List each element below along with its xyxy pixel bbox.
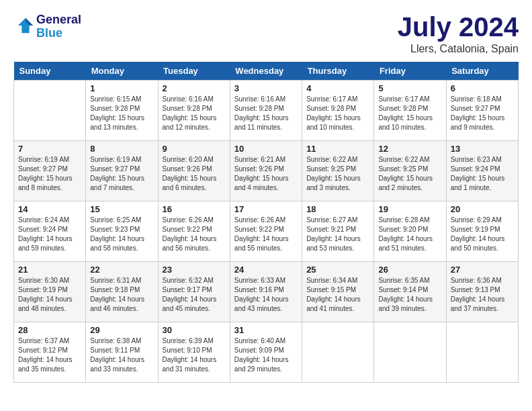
day-number: 26 — [378, 265, 441, 275]
weekday-header-saturday: Saturday — [446, 62, 518, 81]
day-info: Sunrise: 6:26 AM Sunset: 9:22 PM Dayligh… — [234, 216, 298, 253]
calendar-cell: 30Sunrise: 6:39 AM Sunset: 9:10 PM Dayli… — [158, 322, 230, 383]
day-number: 29 — [90, 325, 153, 335]
day-number: 7 — [18, 144, 81, 154]
calendar-cell: 20Sunrise: 6:29 AM Sunset: 9:19 PM Dayli… — [446, 201, 518, 262]
day-number: 25 — [306, 265, 369, 275]
day-number: 21 — [18, 265, 81, 275]
calendar-cell: 16Sunrise: 6:26 AM Sunset: 9:22 PM Dayli… — [158, 201, 230, 262]
day-info: Sunrise: 6:36 AM Sunset: 9:13 PM Dayligh… — [451, 276, 514, 314]
weekday-header-thursday: Thursday — [302, 62, 374, 81]
day-number: 20 — [451, 204, 514, 214]
day-info: Sunrise: 6:40 AM Sunset: 9:09 PM Dayligh… — [234, 336, 298, 374]
calendar-cell: 18Sunrise: 6:27 AM Sunset: 9:21 PM Dayli… — [302, 201, 374, 262]
day-info: Sunrise: 6:20 AM Sunset: 9:26 PM Dayligh… — [163, 155, 226, 193]
day-number: 22 — [90, 265, 153, 275]
weekday-header-row: SundayMondayTuesdayWednesdayThursdayFrid… — [14, 62, 519, 81]
calendar-cell: 9Sunrise: 6:20 AM Sunset: 9:26 PM Daylig… — [158, 141, 230, 201]
calendar-cell: 27Sunrise: 6:36 AM Sunset: 9:13 PM Dayli… — [446, 262, 518, 322]
day-info: Sunrise: 6:35 AM Sunset: 9:14 PM Dayligh… — [378, 276, 441, 314]
calendar-cell — [446, 322, 518, 383]
day-info: Sunrise: 6:22 AM Sunset: 9:25 PM Dayligh… — [378, 155, 441, 193]
day-number: 11 — [306, 144, 369, 154]
day-number: 31 — [234, 325, 298, 335]
calendar-cell: 5Sunrise: 6:17 AM Sunset: 9:28 PM Daylig… — [374, 81, 446, 141]
day-number: 24 — [234, 265, 298, 275]
day-number: 13 — [451, 144, 514, 154]
weekday-header-tuesday: Tuesday — [158, 62, 230, 81]
day-info: Sunrise: 6:22 AM Sunset: 9:25 PM Dayligh… — [306, 155, 369, 193]
day-number: 1 — [90, 83, 153, 93]
logo-icon — [16, 16, 35, 35]
day-info: Sunrise: 6:28 AM Sunset: 9:20 PM Dayligh… — [378, 216, 441, 253]
day-info: Sunrise: 6:39 AM Sunset: 9:10 PM Dayligh… — [163, 336, 226, 374]
calendar-cell: 28Sunrise: 6:37 AM Sunset: 9:12 PM Dayli… — [14, 322, 86, 383]
day-info: Sunrise: 6:26 AM Sunset: 9:22 PM Dayligh… — [163, 216, 226, 253]
weekday-header-friday: Friday — [374, 62, 446, 81]
calendar-week-row: 21Sunrise: 6:30 AM Sunset: 9:19 PM Dayli… — [14, 262, 519, 322]
calendar-cell: 21Sunrise: 6:30 AM Sunset: 9:19 PM Dayli… — [14, 262, 86, 322]
month-title: July 2024 — [398, 13, 519, 40]
day-number: 8 — [90, 144, 153, 154]
day-number: 14 — [18, 204, 81, 214]
calendar-cell: 23Sunrise: 6:32 AM Sunset: 9:17 PM Dayli… — [158, 262, 230, 322]
day-info: Sunrise: 6:30 AM Sunset: 9:19 PM Dayligh… — [18, 276, 81, 314]
calendar-cell: 10Sunrise: 6:21 AM Sunset: 9:26 PM Dayli… — [230, 141, 302, 201]
day-number: 4 — [306, 83, 369, 93]
day-info: Sunrise: 6:31 AM Sunset: 9:18 PM Dayligh… — [90, 276, 153, 314]
logo: General Blue — [13, 13, 81, 40]
weekday-header-sunday: Sunday — [14, 62, 86, 81]
calendar-cell: 13Sunrise: 6:23 AM Sunset: 9:24 PM Dayli… — [446, 141, 518, 201]
calendar-cell: 8Sunrise: 6:19 AM Sunset: 9:27 PM Daylig… — [86, 141, 158, 201]
calendar-cell: 31Sunrise: 6:40 AM Sunset: 9:09 PM Dayli… — [230, 322, 302, 383]
calendar-week-row: 14Sunrise: 6:24 AM Sunset: 9:24 PM Dayli… — [14, 201, 519, 262]
title-area: July 2024 Llers, Catalonia, Spain — [398, 13, 519, 55]
day-info: Sunrise: 6:33 AM Sunset: 9:16 PM Dayligh… — [234, 276, 298, 314]
calendar-cell: 19Sunrise: 6:28 AM Sunset: 9:20 PM Dayli… — [374, 201, 446, 262]
day-info: Sunrise: 6:37 AM Sunset: 9:12 PM Dayligh… — [18, 336, 81, 374]
calendar-cell: 26Sunrise: 6:35 AM Sunset: 9:14 PM Dayli… — [374, 262, 446, 322]
calendar-cell — [14, 81, 86, 141]
day-info: Sunrise: 6:17 AM Sunset: 9:28 PM Dayligh… — [378, 95, 441, 132]
day-number: 5 — [378, 83, 441, 93]
calendar-cell: 4Sunrise: 6:17 AM Sunset: 9:28 PM Daylig… — [302, 81, 374, 141]
day-number: 15 — [90, 204, 153, 214]
calendar-week-row: 7Sunrise: 6:19 AM Sunset: 9:27 PM Daylig… — [14, 141, 519, 201]
calendar-table: SundayMondayTuesdayWednesdayThursdayFrid… — [13, 62, 519, 383]
calendar-cell: 15Sunrise: 6:25 AM Sunset: 9:23 PM Dayli… — [86, 201, 158, 262]
day-info: Sunrise: 6:24 AM Sunset: 9:24 PM Dayligh… — [18, 216, 81, 253]
calendar-cell — [374, 322, 446, 383]
weekday-header-wednesday: Wednesday — [230, 62, 302, 81]
day-info: Sunrise: 6:16 AM Sunset: 9:28 PM Dayligh… — [163, 95, 226, 132]
calendar-cell: 12Sunrise: 6:22 AM Sunset: 9:25 PM Dayli… — [374, 141, 446, 201]
day-info: Sunrise: 6:18 AM Sunset: 9:27 PM Dayligh… — [451, 95, 514, 132]
day-info: Sunrise: 6:17 AM Sunset: 9:28 PM Dayligh… — [306, 95, 369, 132]
calendar-cell: 24Sunrise: 6:33 AM Sunset: 9:16 PM Dayli… — [230, 262, 302, 322]
day-number: 9 — [163, 144, 226, 154]
location: Llers, Catalonia, Spain — [398, 43, 519, 55]
day-number: 30 — [163, 325, 226, 335]
calendar-cell: 22Sunrise: 6:31 AM Sunset: 9:18 PM Dayli… — [86, 262, 158, 322]
day-number: 23 — [163, 265, 226, 275]
day-info: Sunrise: 6:34 AM Sunset: 9:15 PM Dayligh… — [306, 276, 369, 314]
day-info: Sunrise: 6:29 AM Sunset: 9:19 PM Dayligh… — [451, 216, 514, 253]
day-number: 18 — [306, 204, 369, 214]
day-info: Sunrise: 6:15 AM Sunset: 9:28 PM Dayligh… — [90, 95, 153, 132]
day-info: Sunrise: 6:32 AM Sunset: 9:17 PM Dayligh… — [163, 276, 226, 314]
day-number: 10 — [234, 144, 298, 154]
calendar-cell — [302, 322, 374, 383]
weekday-header-monday: Monday — [86, 62, 158, 81]
logo-text: General Blue — [36, 13, 81, 40]
day-info: Sunrise: 6:38 AM Sunset: 9:11 PM Dayligh… — [90, 336, 153, 374]
calendar-cell: 3Sunrise: 6:16 AM Sunset: 9:28 PM Daylig… — [230, 81, 302, 141]
day-info: Sunrise: 6:25 AM Sunset: 9:23 PM Dayligh… — [90, 216, 153, 253]
day-info: Sunrise: 6:19 AM Sunset: 9:27 PM Dayligh… — [18, 155, 81, 193]
day-info: Sunrise: 6:19 AM Sunset: 9:27 PM Dayligh… — [90, 155, 153, 193]
day-number: 17 — [234, 204, 298, 214]
day-info: Sunrise: 6:27 AM Sunset: 9:21 PM Dayligh… — [306, 216, 369, 253]
calendar-cell: 14Sunrise: 6:24 AM Sunset: 9:24 PM Dayli… — [14, 201, 86, 262]
day-number: 3 — [234, 83, 298, 93]
day-number: 16 — [163, 204, 226, 214]
day-info: Sunrise: 6:16 AM Sunset: 9:28 PM Dayligh… — [234, 95, 298, 132]
day-info: Sunrise: 6:21 AM Sunset: 9:26 PM Dayligh… — [234, 155, 298, 193]
